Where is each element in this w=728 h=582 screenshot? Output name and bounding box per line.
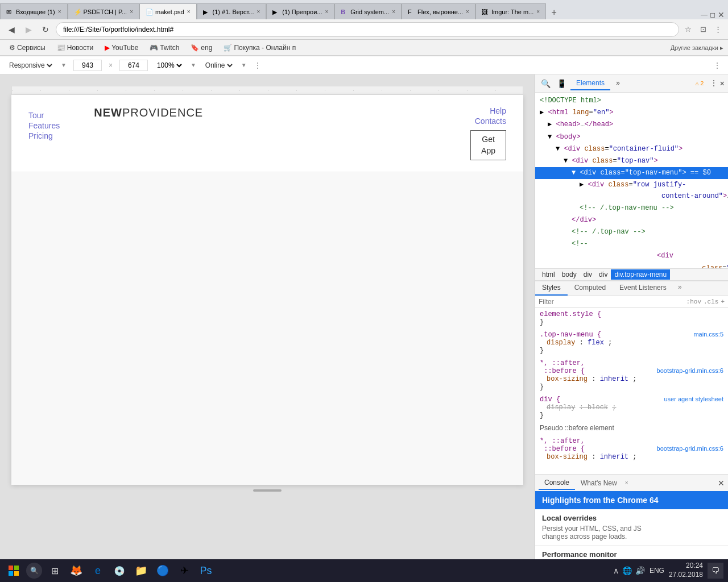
tab-psdetch[interactable]: ⚡ PSDETCH | P... × (68, 3, 139, 19)
close-icon[interactable]: ✕ (718, 10, 725, 19)
html-tag[interactable]: ▶ <html lang="en"> (535, 107, 728, 119)
style-rule-header[interactable]: *, ::after, ::before { bootstrap-grid.mi… (540, 437, 723, 453)
cls-filter-btn[interactable]: .cls (704, 298, 718, 305)
tab-gmail[interactable]: ✉ Входящие (1) × (0, 3, 68, 19)
back-button[interactable]: ◀ (5, 23, 18, 36)
style-prop-boxsizing2[interactable]: box-sizing : inherit ; (540, 453, 723, 461)
top-nav-comment[interactable]: <!-- /.top-nav --> (535, 226, 728, 238)
tab-close[interactable]: × (257, 9, 260, 15)
tab-close[interactable]: × (325, 9, 328, 15)
language-indicator[interactable]: ENG (650, 567, 664, 575)
vinyl-taskbar-btn[interactable]: 💿 (110, 562, 129, 580)
whats-new-close-btn[interactable]: × (625, 480, 628, 486)
style-source-link[interactable]: bootstrap-grid.min.css:6 (657, 367, 723, 374)
styles-tab-event-listeners[interactable]: Event Listeners (613, 281, 673, 296)
cast-icon[interactable]: ⊡ (697, 24, 709, 35)
notification-center-btn[interactable]: 🗨 (708, 563, 723, 579)
firefox-taskbar-btn[interactable]: 🦊 (67, 562, 85, 580)
style-rule-header[interactable]: .top-nav-menu { main.css:5 (540, 331, 723, 339)
top-nav-tag[interactable]: ▼ <div class="top-nav"> (535, 155, 728, 167)
restore-icon[interactable]: ◻ (710, 11, 715, 19)
console-tab-console[interactable]: Console (539, 476, 575, 490)
style-prop-display[interactable]: display : flex ; (540, 339, 723, 347)
nav-contacts-link[interactable]: Contacts (475, 117, 506, 126)
hov-filter-btn[interactable]: :hov (686, 298, 701, 305)
style-rule-selector[interactable]: element.style { (540, 310, 723, 318)
styles-tab-styles[interactable]: Styles (535, 281, 568, 296)
tab-imgur[interactable]: 🖼 Imgur: The m... × (475, 3, 546, 19)
folder-taskbar-btn[interactable]: 📁 (132, 562, 150, 580)
search-button[interactable]: 🔍 (26, 563, 42, 579)
top-nav-menu-tag[interactable]: ▼ <div class="top-nav-menu"> == $0 (535, 167, 728, 179)
breadcrumb-html[interactable]: html (539, 269, 559, 280)
network-throttle-select[interactable]: Online (203, 61, 234, 70)
start-button[interactable] (5, 562, 23, 580)
telegram-taskbar-btn[interactable]: ✈ (175, 562, 193, 580)
tab-close[interactable]: × (466, 9, 469, 15)
tab-flex[interactable]: F Flex, выровне... × (402, 3, 475, 19)
clock[interactable]: 20:24 27.02.2018 (669, 562, 703, 579)
inspect-button[interactable]: 🔍 (539, 77, 552, 90)
tab-bootstrap[interactable]: B Grid system... × (334, 3, 402, 19)
bookmark-news[interactable]: 📰 Новости (52, 43, 98, 53)
get-app-button[interactable]: Get App (470, 130, 506, 160)
other-bookmarks[interactable]: Другие закладки ▸ (671, 44, 723, 52)
tab-close[interactable]: × (536, 9, 540, 15)
tab-close[interactable]: × (58, 9, 61, 15)
style-source-link2[interactable]: bootstrap-grid.min.css:6 (657, 445, 723, 452)
tab-youtube2[interactable]: ▶ (1) Препрои... × (266, 3, 334, 19)
style-rule-header[interactable]: *, ::after, ::before { bootstrap-grid.mi… (540, 359, 723, 375)
devtools-close-icon[interactable]: ✕ (720, 78, 725, 88)
photoshop-taskbar-btn[interactable]: Ps (197, 562, 215, 580)
breadcrumb-top-nav-menu[interactable]: div.top-nav-menu (611, 269, 670, 280)
tray-up-arrow[interactable]: ∧ (613, 566, 619, 575)
bookmark-services[interactable]: ⚙ Сервисы (5, 43, 50, 53)
tab-close[interactable]: × (130, 9, 133, 15)
breadcrumb-body[interactable]: body (559, 269, 580, 280)
top-nav-menu-comment[interactable]: <!-- /.top-nav-menu --> (535, 202, 728, 214)
network-icon[interactable]: 🌐 (622, 566, 632, 575)
nav-pricing-link[interactable]: Pricing (28, 131, 60, 140)
nav-features-link[interactable]: Features (28, 121, 60, 130)
edge-taskbar-btn[interactable]: e (89, 562, 107, 580)
nav-help-link[interactable]: Help (490, 106, 506, 115)
devtools-more-tabs[interactable]: » (613, 77, 623, 90)
open-comment[interactable]: <!-- (535, 238, 728, 250)
container-fluid-tag[interactable]: ▼ <div class="container-fluid"> (535, 143, 728, 155)
content-div-start[interactable]: <div (535, 250, 728, 262)
device-toggle-button[interactable]: 📱 (555, 77, 568, 90)
viewport-height-input[interactable] (119, 60, 148, 71)
devtools-settings-icon[interactable]: ⋮ (710, 78, 718, 88)
style-rule-header[interactable]: div { user agent stylesheet (540, 396, 723, 404)
chrome-taskbar-btn[interactable]: 🔵 (154, 562, 172, 580)
style-prop-display-block[interactable]: display : block ; (540, 404, 723, 411)
devtools-tab-elements[interactable]: Elements (570, 77, 610, 90)
device-select[interactable]: Responsive (7, 61, 54, 70)
star-icon[interactable]: ☆ (682, 24, 694, 35)
bookmark-youtube[interactable]: ▶ YouTube (100, 43, 143, 53)
breadcrumb-div2[interactable]: div (595, 269, 611, 280)
volume-icon[interactable]: 🔊 (635, 566, 645, 575)
styles-tab-more[interactable]: » (673, 281, 686, 296)
breadcrumb-div1[interactable]: div (580, 269, 595, 280)
more-options-icon[interactable]: ⋮ (254, 61, 262, 70)
styles-tab-computed[interactable]: Computed (568, 281, 613, 296)
task-view-button[interactable]: ⊞ (46, 562, 64, 580)
bookmark-twitch[interactable]: 🎮 Twitch (145, 43, 184, 53)
forward-button[interactable]: ▶ (22, 23, 35, 36)
style-prop-boxsizing[interactable]: box-sizing : inherit ; (540, 375, 723, 383)
reload-button[interactable]: ↻ (39, 23, 52, 36)
head-tag[interactable]: ▶ <head>…</head> (535, 119, 728, 131)
tab-close[interactable]: × (187, 9, 191, 15)
new-tab-button[interactable]: + (547, 6, 561, 19)
three-dots-menu-icon[interactable]: ⋮ (713, 61, 721, 70)
tab-close[interactable]: × (392, 9, 395, 15)
bookmark-eng[interactable]: 🔖 eng (186, 43, 217, 53)
minimize-icon[interactable]: — (701, 11, 708, 19)
menu-icon[interactable]: ⋮ (712, 24, 723, 35)
body-tag[interactable]: ▼ <body> (535, 131, 728, 143)
filter-input[interactable] (539, 298, 684, 306)
style-source-link[interactable]: main.css:5 (693, 331, 723, 338)
bookmark-shop[interactable]: 🛒 Покупка - Онлайн п (219, 43, 300, 53)
content-class[interactable]: class="content"> (535, 263, 728, 268)
